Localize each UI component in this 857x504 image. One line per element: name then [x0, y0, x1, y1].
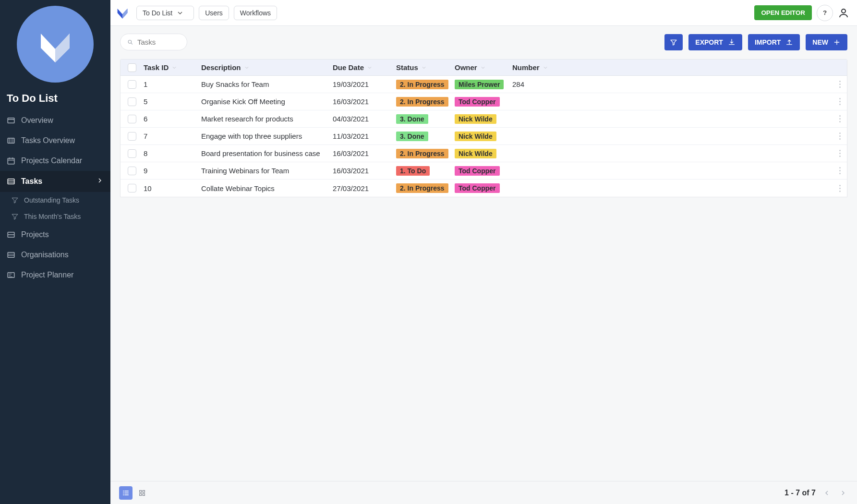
row-menu-button[interactable] [835, 149, 845, 158]
sidebar-subitem-this-month's-tasks[interactable]: This Month's Tasks [0, 208, 110, 225]
search-input[interactable] [137, 38, 180, 46]
cell-task-id: 6 [144, 115, 201, 123]
row-checkbox[interactable] [128, 97, 136, 106]
th-status[interactable]: Status [396, 63, 455, 72]
sidebar-item-project-planner[interactable]: Project Planner [0, 265, 110, 285]
table-row[interactable]: 9Training Webinars for Team16/03/20211. … [121, 162, 847, 180]
sort-icon [421, 65, 427, 71]
nav-label: Tasks [21, 177, 42, 186]
row-menu-button[interactable] [835, 166, 845, 176]
cell-description: Engage with top three suppliers [201, 132, 333, 140]
chevron-left-icon [823, 489, 831, 497]
table-row[interactable]: 10Collate Webinar Topics27/03/20212. In … [121, 180, 847, 197]
row-checkbox[interactable] [128, 80, 136, 89]
cell-owner: Tod Copper [455, 166, 512, 176]
row-menu-button[interactable] [835, 97, 845, 107]
sidebar-item-projects-calendar[interactable]: Projects Calendar [0, 151, 110, 171]
cell-status: 2. In Progress [396, 149, 455, 158]
nav-icon [7, 251, 15, 259]
grid-view-button[interactable] [135, 486, 149, 500]
row-menu-button[interactable] [835, 80, 845, 89]
import-label: IMPORT [755, 38, 781, 46]
filter-icon [11, 212, 19, 221]
cell-owner: Nick Wilde [455, 149, 512, 158]
nav-label: Organisations [21, 251, 69, 259]
cell-due-date: 04/03/2021 [333, 115, 396, 123]
pager: 1 - 7 of 7 [785, 488, 848, 498]
account-icon[interactable] [838, 7, 849, 19]
cell-description: Organise Kick Off Meeting [201, 97, 333, 106]
export-button[interactable]: EXPORT [688, 34, 742, 50]
pager-prev[interactable] [821, 488, 832, 498]
cell-status: 3. Done [396, 132, 455, 141]
row-checkbox[interactable] [128, 184, 136, 192]
table-row[interactable]: 8Board presentation for business case16/… [121, 145, 847, 162]
th-description[interactable]: Description [201, 63, 333, 72]
cell-status: 3. Done [396, 114, 455, 124]
row-checkbox[interactable] [128, 149, 136, 158]
cell-due-date: 16/03/2021 [333, 149, 396, 157]
sidebar-item-tasks[interactable]: Tasks [0, 171, 110, 192]
plus-icon [833, 38, 841, 46]
sidebar-item-overview[interactable]: Overview [0, 110, 110, 131]
nav-icon [7, 271, 15, 279]
new-button[interactable]: NEW [806, 34, 847, 50]
table-body: 1Buy Snacks for Team19/03/20212. In Prog… [121, 76, 847, 197]
nav-icon [7, 116, 15, 125]
list-view-button[interactable] [119, 486, 133, 500]
row-checkbox[interactable] [128, 167, 136, 175]
th-due-date[interactable]: Due Date [333, 63, 396, 72]
table-row[interactable]: 5Organise Kick Off Meeting16/03/20212. I… [121, 93, 847, 110]
sidebar-item-projects[interactable]: Projects [0, 225, 110, 245]
workflows-button[interactable]: Workflows [234, 6, 277, 20]
nav-label: Overview [21, 116, 53, 125]
svg-rect-0 [8, 118, 14, 123]
toolbar: EXPORT IMPORT NEW [110, 26, 857, 56]
cell-status: 1. To Do [396, 166, 455, 176]
svg-rect-3 [8, 179, 14, 184]
th-task-id[interactable]: Task ID [144, 63, 201, 72]
sidebar-item-organisations[interactable]: Organisations [0, 245, 110, 265]
row-checkbox[interactable] [128, 115, 136, 123]
row-menu-button[interactable] [835, 132, 845, 141]
nav-icon [7, 136, 15, 145]
cell-task-id: 7 [144, 132, 201, 140]
help-button[interactable]: ? [817, 5, 833, 21]
pager-next[interactable] [838, 488, 848, 498]
new-label: NEW [812, 38, 828, 46]
filter-button[interactable] [664, 34, 683, 50]
open-editor-button[interactable]: OPEN EDITOR [754, 5, 812, 20]
context-dropdown[interactable]: To Do List [136, 6, 194, 20]
footer: 1 - 7 of 7 [110, 481, 857, 504]
export-label: EXPORT [695, 38, 723, 46]
pager-range: 1 - 7 of 7 [785, 489, 816, 497]
cell-description: Buy Snacks for Team [201, 80, 333, 88]
svg-rect-2 [8, 158, 14, 164]
cell-due-date: 16/03/2021 [333, 97, 396, 106]
row-checkbox[interactable] [128, 132, 136, 141]
cell-task-id: 8 [144, 149, 201, 157]
row-menu-button[interactable] [835, 183, 845, 193]
sidebar-subitem-outstanding-tasks[interactable]: Outstanding Tasks [0, 192, 110, 208]
import-button[interactable]: IMPORT [748, 34, 800, 50]
th-number[interactable]: Number [512, 63, 833, 72]
select-all-checkbox[interactable] [128, 63, 136, 72]
users-button[interactable]: Users [199, 6, 229, 20]
cell-status: 2. In Progress [396, 97, 455, 107]
chevron-right-icon [839, 489, 847, 497]
nav-label: Project Planner [21, 271, 73, 279]
main: To Do List Users Workflows OPEN EDITOR ?… [110, 0, 857, 504]
filter-icon [11, 196, 19, 204]
chevron-down-icon [176, 9, 184, 17]
upload-icon [785, 38, 793, 46]
cell-due-date: 19/03/2021 [333, 80, 396, 88]
sidebar: To Do List OverviewTasks OverviewProject… [0, 0, 110, 504]
table-row[interactable]: 6Market research for products04/03/20213… [121, 110, 847, 128]
sidebar-title: To Do List [0, 87, 110, 110]
table-row[interactable]: 1Buy Snacks for Team19/03/20212. In Prog… [121, 76, 847, 93]
th-owner[interactable]: Owner [455, 63, 512, 72]
row-menu-button[interactable] [835, 114, 845, 124]
search-box[interactable] [120, 34, 187, 50]
sidebar-item-tasks-overview[interactable]: Tasks Overview [0, 131, 110, 151]
table-row[interactable]: 7Engage with top three suppliers11/03/20… [121, 128, 847, 145]
